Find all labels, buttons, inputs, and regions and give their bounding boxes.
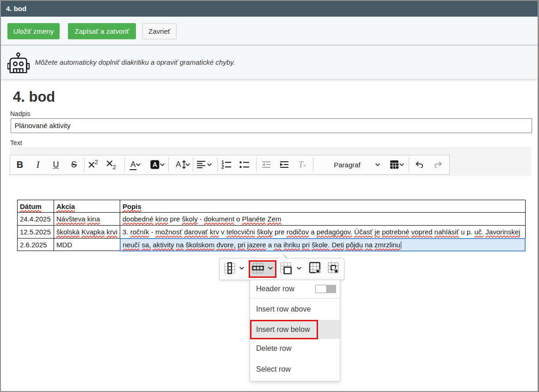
svg-text:2: 2 xyxy=(113,164,116,171)
svg-text:2: 2 xyxy=(221,165,224,169)
svg-text:2: 2 xyxy=(95,159,98,165)
